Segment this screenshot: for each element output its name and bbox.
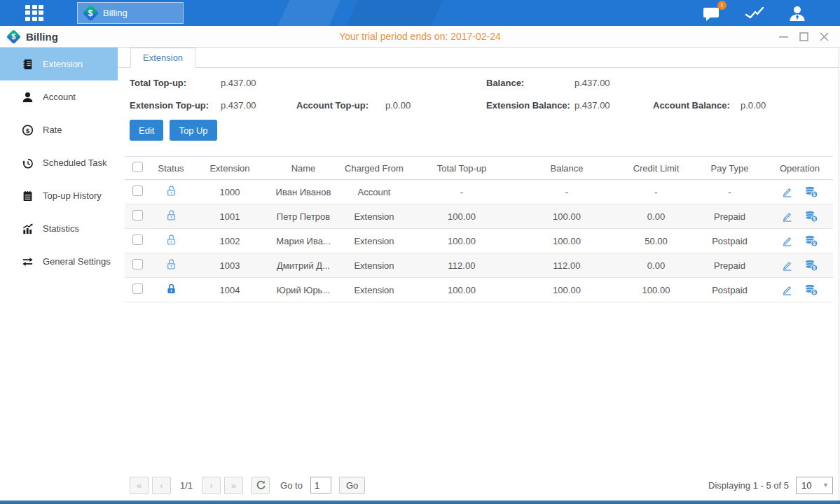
- table-header-row: Status Extension Name Charged From Total…: [125, 157, 833, 180]
- user-account-icon[interactable]: [788, 5, 806, 22]
- svg-text:$: $: [813, 265, 815, 271]
- chevron-down-icon: ▼: [822, 482, 829, 489]
- cell-total-topup: -: [409, 180, 514, 204]
- extension-balance-value: p.437.00: [574, 100, 653, 111]
- sidebar-item-topup-history[interactable]: Top-up History: [0, 179, 118, 212]
- balance-value: p.437.00: [574, 78, 653, 88]
- top-up-button[interactable]: Top Up: [170, 120, 216, 141]
- header-pay-type[interactable]: Pay Type: [693, 157, 766, 180]
- displaying-text: Displaying 1 - 5 of 5: [708, 480, 789, 491]
- cell-name: Юрий Юрь...: [268, 278, 339, 302]
- header-credit-limit[interactable]: Credit Limit: [619, 157, 693, 180]
- cell-pay-type: Postpaid: [693, 278, 766, 302]
- sidebar-item-extension[interactable]: Extension: [0, 48, 118, 80]
- header-total-topup[interactable]: Total Top-up: [409, 157, 514, 180]
- sidebar-item-rate[interactable]: $ Rate: [0, 113, 118, 146]
- table-row: 1002 Мария Ива... Extension 100.00 100.0…: [125, 229, 833, 253]
- sidebar-item-label: Extension: [43, 59, 83, 69]
- edit-button[interactable]: Edit: [130, 120, 163, 141]
- billing-app-icon: $: [6, 29, 21, 43]
- prev-page-button[interactable]: ‹: [152, 477, 171, 494]
- cell-total-topup: 100.00: [409, 229, 514, 253]
- cell-charged-from: Account: [339, 180, 409, 204]
- header-name[interactable]: Name: [268, 157, 339, 180]
- reports-chart-icon[interactable]: [745, 6, 764, 21]
- sidebar-item-label: Statistics: [43, 223, 79, 234]
- sidebar-item-scheduled-task[interactable]: Scheduled Task: [0, 146, 118, 179]
- edit-row-icon[interactable]: [781, 211, 793, 223]
- top-up-row-icon[interactable]: $: [804, 234, 818, 247]
- header-balance[interactable]: Balance: [514, 157, 619, 180]
- edit-row-icon[interactable]: [781, 260, 793, 272]
- row-checkbox[interactable]: [132, 210, 143, 220]
- header-status[interactable]: Status: [150, 157, 192, 180]
- row-checkbox[interactable]: [132, 284, 143, 294]
- edit-row-icon[interactable]: [781, 235, 793, 247]
- cell-extension: 1004: [192, 278, 268, 302]
- top-up-row-icon[interactable]: $: [804, 259, 818, 272]
- cell-balance: 112.00: [514, 253, 619, 278]
- header-charged-from[interactable]: Charged From: [339, 157, 409, 180]
- cell-extension: 1002: [192, 229, 268, 253]
- extension-balance-label: Extension Balance:: [486, 100, 574, 111]
- sidebar-item-account[interactable]: Account: [0, 80, 118, 113]
- cell-charged-from: Extension: [339, 278, 409, 302]
- cell-pay-type: -: [693, 180, 766, 204]
- cell-credit-limit: 0.00: [619, 253, 693, 278]
- sidebar-item-label: Top-up History: [43, 190, 102, 201]
- close-icon[interactable]: [820, 32, 829, 41]
- cell-credit-limit: 0.00: [619, 204, 693, 229]
- goto-page-input[interactable]: [310, 477, 331, 493]
- header-extension[interactable]: Extension: [192, 157, 268, 180]
- top-up-row-icon[interactable]: $: [804, 284, 818, 296]
- go-button[interactable]: Go: [339, 477, 365, 494]
- cell-name: Мария Ива...: [268, 229, 339, 253]
- sidebar-item-label: Rate: [43, 125, 62, 135]
- cell-credit-limit: 50.00: [619, 229, 693, 253]
- select-all-checkbox[interactable]: [132, 162, 143, 172]
- extension-topup-value: p.437.00: [221, 100, 296, 111]
- lock-open-icon: [165, 234, 177, 246]
- row-checkbox[interactable]: [132, 186, 143, 196]
- top-up-row-icon[interactable]: $: [804, 186, 818, 198]
- table-row: 1004 Юрий Юрь... Extension 100.00 100.00…: [125, 278, 833, 302]
- taskbar-tab-billing[interactable]: $ Billing: [77, 2, 184, 24]
- next-page-button[interactable]: ›: [202, 477, 221, 494]
- app-grid-icon[interactable]: [25, 5, 48, 22]
- row-checkbox[interactable]: [132, 259, 143, 270]
- top-up-row-icon[interactable]: $: [804, 210, 818, 223]
- maximize-icon[interactable]: [799, 32, 808, 41]
- sidebar-item-general-settings[interactable]: General Settings: [0, 245, 118, 278]
- cell-charged-from: Extension: [339, 204, 409, 229]
- balance-label: Balance:: [486, 78, 574, 88]
- window-bottom-edge: [0, 500, 840, 504]
- first-page-button[interactable]: «: [130, 477, 149, 494]
- edit-row-icon[interactable]: [781, 284, 793, 296]
- last-page-button[interactable]: »: [224, 477, 243, 494]
- page-indicator: 1/1: [174, 480, 198, 491]
- sidebar-item-statistics[interactable]: Statistics: [0, 212, 118, 245]
- person-icon: [22, 91, 34, 104]
- tab-strip: Extension: [118, 48, 839, 68]
- main-panel: Extension Total Top-up: p.437.00 Balance…: [118, 48, 839, 500]
- window-title: Billing: [26, 31, 58, 43]
- notepad-icon: [22, 190, 34, 202]
- row-checkbox[interactable]: [132, 234, 143, 245]
- minimize-icon[interactable]: [779, 32, 788, 41]
- messages-icon[interactable]: !: [703, 5, 721, 22]
- tab-extension[interactable]: Extension: [130, 48, 195, 68]
- cell-extension: 1003: [192, 253, 268, 278]
- balance-summary: Total Top-up: p.437.00 Balance: p.437.00…: [118, 68, 839, 111]
- page-size-select[interactable]: 10 ▼: [796, 477, 833, 494]
- ledger-icon: [22, 58, 34, 71]
- cell-name: Дмитрий Д...: [268, 253, 339, 278]
- cell-credit-limit: 100.00: [619, 278, 693, 302]
- cell-extension: 1000: [192, 180, 268, 204]
- refresh-button[interactable]: [251, 477, 270, 494]
- cell-pay-type: Postpaid: [693, 229, 766, 253]
- edit-row-icon[interactable]: [781, 186, 793, 198]
- header-operation[interactable]: Operation: [766, 157, 833, 180]
- cell-total-topup: 100.00: [409, 278, 514, 302]
- lock-closed-icon: [165, 283, 177, 295]
- svg-text:$: $: [813, 192, 815, 197]
